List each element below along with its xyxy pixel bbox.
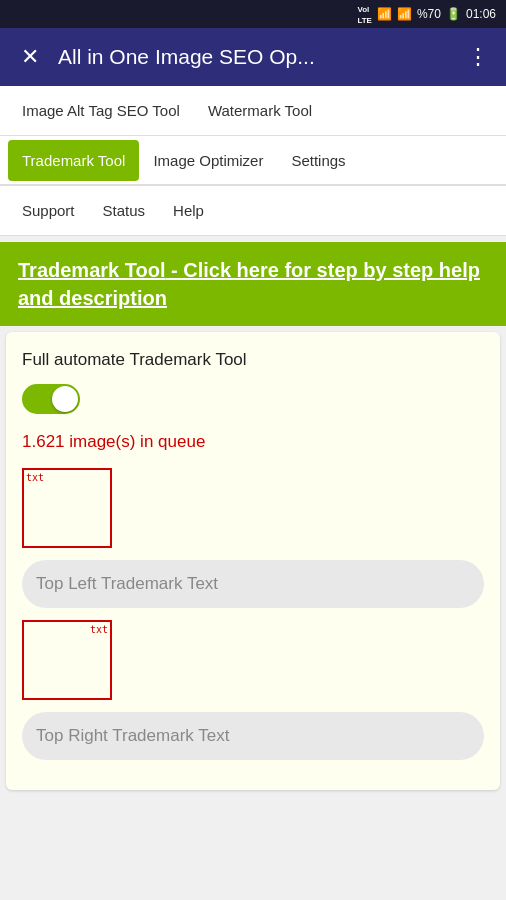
content-card: Full automate Trademark Tool 1.621 image… [6,332,500,790]
network-indicator: VolLTE [357,3,372,25]
top-left-input[interactable] [22,560,484,608]
tab-settings[interactable]: Settings [277,140,359,181]
battery-icon: 🔋 [446,7,461,21]
toggle-container [22,384,484,414]
queue-count: 1.621 image(s) in queue [22,432,484,452]
toggle-knob [52,386,78,412]
app-title: All in One Image SEO Op... [58,45,452,69]
tab-help[interactable]: Help [159,190,218,231]
tab-support[interactable]: Support [8,190,89,231]
tab-image-alt[interactable]: Image Alt Tag SEO Tool [8,90,194,131]
signal-icon: 📶 [397,7,412,21]
wifi-icon: 📶 [377,7,392,21]
top-right-preview: txt [22,620,112,700]
time-display: 01:06 [466,7,496,21]
tab-watermark[interactable]: Watermark Tool [194,90,326,131]
battery-text: %70 [417,7,441,21]
toolbar: ✕ All in One Image SEO Op... ⋮ [0,28,506,86]
automate-toggle[interactable] [22,384,80,414]
menu-button[interactable]: ⋮ [464,44,492,70]
nav-row-3: Support Status Help [0,186,506,236]
close-button[interactable]: ✕ [14,44,46,70]
help-banner[interactable]: Trademark Tool - Click here for step by … [0,242,506,326]
nav-row-1: Image Alt Tag SEO Tool Watermark Tool [0,86,506,136]
help-link[interactable]: Trademark Tool - Click here for step by … [18,259,480,309]
tab-status[interactable]: Status [89,190,160,231]
status-bar: VolLTE 📶 📶 %70 🔋 01:06 [0,0,506,28]
card-title: Full automate Trademark Tool [22,350,484,370]
top-right-input[interactable] [22,712,484,760]
nav-row-2: Trademark Tool Image Optimizer Settings [0,136,506,186]
help-link-title: Trademark Tool [18,259,165,281]
top-left-preview-label: txt [26,472,44,483]
top-right-preview-label: txt [90,624,108,635]
tab-trademark[interactable]: Trademark Tool [8,140,139,181]
tab-image-optimizer[interactable]: Image Optimizer [139,140,277,181]
top-left-preview: txt [22,468,112,548]
